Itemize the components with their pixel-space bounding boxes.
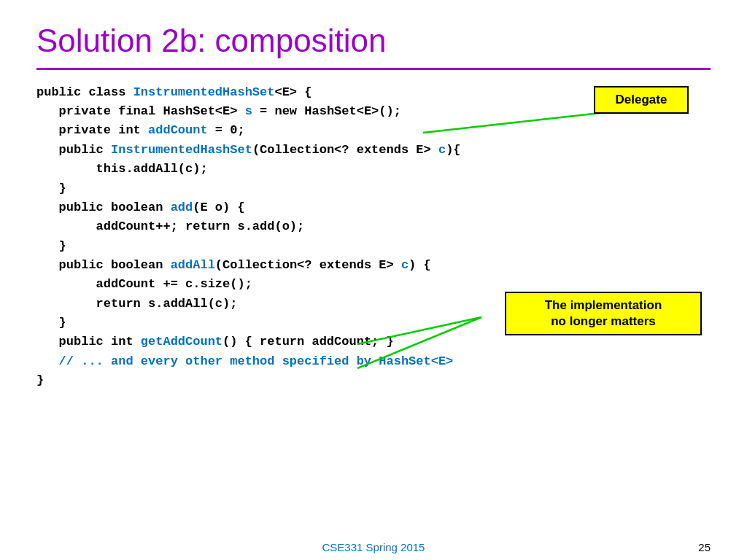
- code-line-15: // ... and every other method specified …: [36, 352, 711, 371]
- code-line-5: this.addAll(c);: [36, 160, 711, 179]
- code-block: public class InstrumentedHashSet<E> { pr…: [36, 83, 711, 391]
- code-line-9: }: [36, 237, 711, 256]
- code-line-4: public InstrumentedHashSet(Collection<? …: [36, 141, 711, 160]
- impl-annotation: The implementationno longer matters: [505, 292, 702, 335]
- slide-title: Solution 2b: composition: [36, 22, 711, 61]
- slide: Solution 2b: composition public class In…: [0, 0, 747, 560]
- code-line-14: public int getAddCount() { return addCou…: [36, 332, 711, 351]
- footer-page-number: 25: [698, 541, 711, 553]
- code-line-10: public boolean addAll(Collection<? exten…: [36, 256, 711, 275]
- footer-course: CSE331 Spring 2015: [322, 541, 425, 553]
- code-line-16: }: [36, 371, 711, 390]
- code-line-7: public boolean add(E o) {: [36, 198, 711, 217]
- code-line-8: addCount++; return s.add(o);: [36, 217, 711, 236]
- delegate-annotation: Delegate: [594, 86, 689, 114]
- title-divider: [36, 68, 711, 70]
- code-line-3: private int addCount = 0;: [36, 121, 711, 140]
- code-line-6: }: [36, 179, 711, 198]
